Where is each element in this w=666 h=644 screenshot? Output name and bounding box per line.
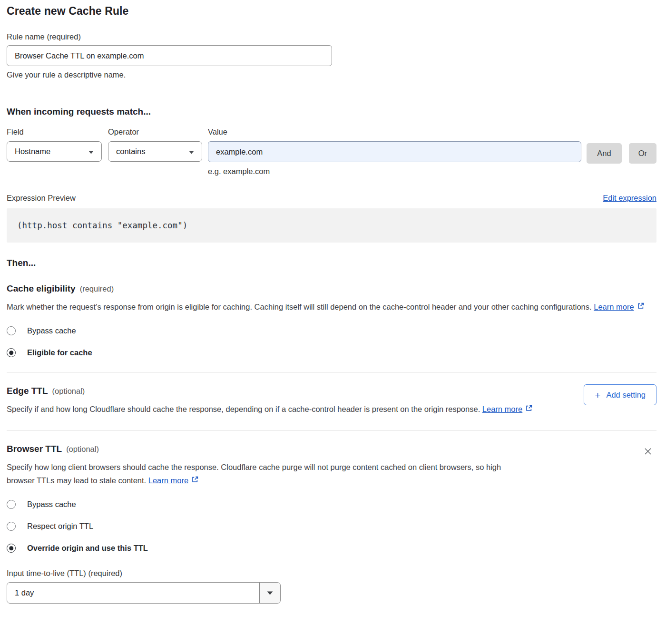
cache-eligibility-learn-more-link[interactable]: Learn more: [594, 300, 634, 313]
match-heading: When incoming requests match...: [7, 107, 656, 117]
edge-ttl-learn-more-link[interactable]: Learn more: [482, 402, 522, 416]
radio-respect-origin-ttl[interactable]: Respect origin TTL: [7, 522, 656, 531]
expression-preview-label: Expression Preview: [7, 194, 76, 203]
edge-ttl-title: Edge TTL: [7, 386, 48, 396]
chevron-down-icon: [88, 147, 94, 156]
external-link-icon: [525, 402, 533, 416]
ttl-input-label: Input time-to-live (TTL) (required): [7, 569, 656, 578]
ttl-select[interactable]: 1 day: [7, 582, 281, 604]
browser-ttl-section: Browser TTL (optional) Specify how long …: [7, 444, 656, 604]
close-icon: [643, 450, 653, 458]
external-link-icon: [191, 474, 199, 487]
radio-selected-icon: [7, 544, 16, 553]
match-builder-row: Field Hostname Operator contains Value e…: [7, 127, 656, 176]
operator-select-value: contains: [116, 147, 145, 156]
browser-ttl-title: Browser TTL: [7, 444, 62, 454]
cache-eligibility-title: Cache eligibility: [7, 283, 76, 294]
edge-ttl-description: Specify if and how long Cloudflare shoul…: [7, 405, 480, 413]
section-divider: [7, 372, 656, 372]
rule-name-input[interactable]: [7, 45, 332, 66]
edit-expression-link[interactable]: Edit expression: [603, 194, 656, 203]
ttl-select-value: 1 day: [7, 583, 259, 603]
radio-browser-bypass-cache[interactable]: Bypass cache: [7, 500, 656, 509]
external-link-icon: [637, 300, 645, 313]
operator-label: Operator: [108, 127, 202, 137]
radio-bypass-cache[interactable]: Bypass cache: [7, 326, 656, 335]
rule-name-label: Rule name (required): [7, 32, 656, 41]
section-divider: [7, 93, 656, 93]
chevron-down-icon: [189, 147, 194, 156]
cache-eligibility-section: Cache eligibility (required) Mark whethe…: [7, 283, 656, 357]
operator-select[interactable]: contains: [108, 141, 202, 162]
add-setting-button[interactable]: + Add setting: [584, 384, 656, 405]
expression-code-block: (http.host contains "example.com"): [7, 208, 656, 243]
edge-ttl-section: Edge TTL (optional) Specify if and how l…: [7, 386, 656, 416]
field-select-value: Hostname: [15, 147, 50, 156]
radio-override-origin-ttl[interactable]: Override origin and use this TTL: [7, 544, 656, 553]
create-cache-rule-form: Create new Cache Rule Rule name (require…: [0, 0, 666, 604]
cache-eligibility-qualifier: (required): [80, 284, 114, 293]
value-help: e.g. example.com: [208, 167, 581, 176]
radio-icon: [7, 522, 16, 531]
or-button[interactable]: Or: [629, 143, 656, 164]
section-divider: [7, 430, 656, 430]
page-title: Create new Cache Rule: [7, 5, 656, 18]
radio-eligible-for-cache[interactable]: Eligible for cache: [7, 348, 656, 357]
field-label: Field: [7, 127, 102, 137]
then-heading: Then...: [7, 258, 656, 268]
value-input[interactable]: [208, 141, 581, 162]
and-button[interactable]: And: [587, 143, 621, 164]
value-label: Value: [208, 127, 581, 137]
cache-eligibility-description: Mark whether the request’s response from…: [7, 302, 592, 311]
chevron-down-icon: [259, 583, 280, 603]
edge-ttl-qualifier: (optional): [52, 387, 85, 396]
radio-selected-icon: [7, 348, 16, 357]
browser-ttl-description: Specify how long client browsers should …: [7, 463, 501, 485]
field-select[interactable]: Hostname: [7, 141, 102, 162]
radio-icon: [7, 500, 16, 509]
browser-ttl-learn-more-link[interactable]: Learn more: [148, 474, 188, 487]
browser-ttl-qualifier: (optional): [66, 445, 99, 454]
close-browser-ttl-button[interactable]: [642, 446, 654, 459]
expression-code: (http.host contains "example.com"): [17, 221, 187, 230]
rule-name-help: Give your rule a descriptive name.: [7, 70, 656, 79]
plus-icon: +: [595, 390, 600, 400]
radio-icon: [7, 326, 16, 335]
